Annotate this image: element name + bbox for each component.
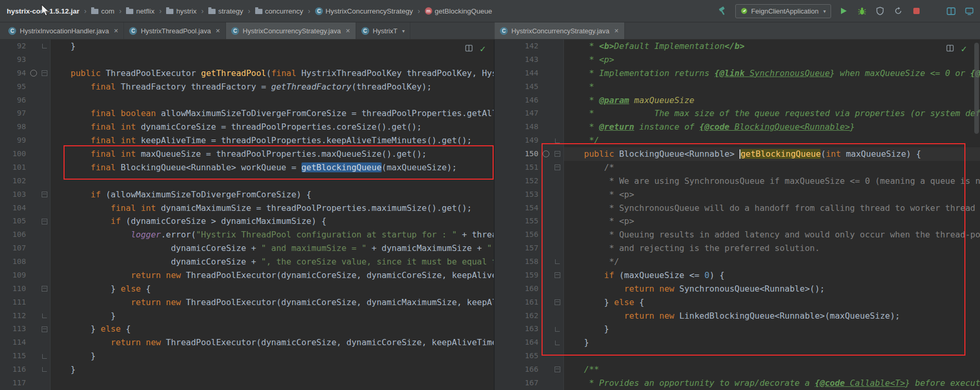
editor-tab[interactable]: CHystrixThreadPool.java✕ bbox=[124, 22, 226, 39]
tab-close-icon[interactable]: ✕ bbox=[216, 28, 220, 34]
rerun-button[interactable] bbox=[893, 5, 904, 17]
line-gutter[interactable]: 158 bbox=[495, 255, 564, 269]
breadcrumb-item[interactable]: netflix bbox=[124, 6, 156, 16]
line-gutter[interactable]: 94 bbox=[0, 67, 51, 80]
line-gutter[interactable]: 147 bbox=[495, 107, 564, 120]
fold-marker-icon[interactable] bbox=[42, 192, 47, 197]
line-gutter[interactable]: 97 bbox=[0, 107, 51, 120]
line-gutter[interactable]: 161 bbox=[495, 296, 564, 309]
split-layout-button[interactable] bbox=[945, 5, 957, 17]
build-hammer-icon[interactable] bbox=[717, 5, 728, 17]
line-gutter[interactable]: 155 bbox=[495, 215, 564, 228]
code-text[interactable]: return new LinkedBlockingQueue<Runnable>… bbox=[564, 309, 980, 323]
fold-marker-icon[interactable] bbox=[555, 151, 560, 157]
line-gutter[interactable]: 117 bbox=[0, 376, 51, 390]
code-text[interactable]: * Implementation returns {@link Synchron… bbox=[564, 67, 980, 80]
line-gutter[interactable]: 162 bbox=[495, 309, 564, 323]
code-text[interactable] bbox=[51, 53, 494, 67]
code-text[interactable]: final BlockingQueue<Runnable> workQueue … bbox=[51, 161, 494, 174]
fold-marker-icon[interactable] bbox=[555, 165, 560, 170]
split-view-icon[interactable] bbox=[946, 44, 954, 54]
breadcrumb-item[interactable]: mgetBlockingQueue bbox=[423, 6, 494, 16]
line-gutter[interactable]: 165 bbox=[495, 349, 564, 363]
line-gutter[interactable]: 154 bbox=[495, 202, 564, 215]
code-text[interactable]: * <p> bbox=[564, 215, 980, 228]
fold-marker-icon[interactable] bbox=[42, 219, 47, 224]
scrollbar-thumb[interactable] bbox=[974, 43, 979, 134]
line-gutter[interactable]: 102 bbox=[0, 174, 51, 188]
fold-marker-icon[interactable] bbox=[555, 367, 560, 372]
line-gutter[interactable]: 160 bbox=[495, 282, 564, 296]
code-text[interactable]: return new ThreadPoolExecutor(dynamicCor… bbox=[51, 296, 494, 309]
fold-marker-icon[interactable] bbox=[42, 70, 47, 76]
code-text[interactable] bbox=[51, 174, 494, 188]
overridden-marker-icon[interactable] bbox=[30, 70, 37, 77]
code-text[interactable]: final ThreadFactory threadFactory = getT… bbox=[51, 80, 494, 94]
overridden-marker-icon[interactable] bbox=[543, 150, 549, 157]
line-gutter[interactable]: 111 bbox=[0, 296, 51, 309]
line-gutter[interactable]: 103 bbox=[0, 188, 51, 202]
fold-marker-icon[interactable] bbox=[555, 327, 560, 332]
editor-tab[interactable]: CHystrixConcurrencyStrategy.java✕ bbox=[226, 22, 356, 39]
line-gutter[interactable]: 92 bbox=[0, 40, 51, 53]
code-text[interactable]: /** bbox=[564, 363, 980, 376]
code-text[interactable] bbox=[51, 376, 494, 390]
code-text[interactable]: * We are using SynchronousQueue if maxQu… bbox=[564, 174, 980, 188]
code-text[interactable]: } else { bbox=[51, 282, 494, 296]
line-gutter[interactable]: 146 bbox=[495, 94, 564, 107]
run-config-select[interactable]: FeignClientApplication ▾ bbox=[735, 4, 831, 18]
line-gutter[interactable]: 152 bbox=[495, 174, 564, 188]
line-gutter[interactable]: 115 bbox=[0, 349, 51, 363]
scrollbar[interactable] bbox=[973, 40, 980, 390]
line-gutter[interactable]: 112 bbox=[0, 309, 51, 323]
breadcrumb-item[interactable]: concurrency bbox=[254, 6, 305, 16]
line-gutter[interactable]: 105 bbox=[0, 215, 51, 228]
code-text[interactable]: logger.error("Hystrix ThreadPool configu… bbox=[51, 228, 494, 242]
code-text[interactable]: dynamicCoreSize + " and maximumSize = " … bbox=[51, 242, 494, 255]
breadcrumb-item[interactable]: strategy bbox=[207, 6, 245, 16]
line-gutter[interactable]: 107 bbox=[0, 242, 51, 255]
code-text[interactable]: * The max size of the queue requested vi… bbox=[564, 107, 980, 120]
fold-marker-icon[interactable] bbox=[42, 313, 47, 318]
breadcrumb-item[interactable]: hystrix-core-1.5.12.jar bbox=[5, 6, 81, 16]
code-text[interactable]: * and rejecting is the preferred solutio… bbox=[564, 242, 980, 255]
code-text[interactable]: } bbox=[51, 40, 494, 53]
line-gutter[interactable]: 108 bbox=[0, 255, 51, 269]
code-text[interactable]: final int keepAliveTime = threadPoolProp… bbox=[51, 134, 494, 147]
line-gutter[interactable]: 163 bbox=[495, 322, 564, 336]
line-gutter[interactable]: 100 bbox=[0, 147, 51, 161]
breadcrumb-item[interactable]: com bbox=[90, 6, 116, 16]
code-text[interactable]: */ bbox=[564, 134, 980, 147]
debug-button[interactable] bbox=[856, 5, 868, 17]
line-gutter[interactable]: 116 bbox=[0, 363, 51, 376]
code-text[interactable]: final boolean allowMaximumSizeToDivergeF… bbox=[51, 107, 494, 120]
tab-close-icon[interactable]: ✕ bbox=[114, 28, 118, 34]
code-text[interactable]: * SynchronousQueue will do a handoff fro… bbox=[564, 202, 980, 215]
line-gutter[interactable]: 145 bbox=[495, 80, 564, 94]
code-text[interactable]: } bbox=[564, 322, 980, 336]
fold-marker-icon[interactable] bbox=[555, 341, 560, 345]
code-text[interactable]: * @return instance of {@code BlockingQue… bbox=[564, 120, 980, 134]
line-gutter[interactable]: 110 bbox=[0, 282, 51, 296]
line-gutter[interactable]: 104 bbox=[0, 202, 51, 215]
line-gutter[interactable]: 114 bbox=[0, 336, 51, 349]
code-text[interactable]: return new ThreadPoolExecutor(dynamicCor… bbox=[51, 336, 494, 349]
fold-marker-icon[interactable] bbox=[555, 272, 560, 278]
code-text[interactable] bbox=[51, 94, 494, 107]
editor-tab[interactable]: CHystrixT▾ bbox=[356, 22, 411, 39]
line-gutter[interactable]: 101 bbox=[0, 161, 51, 174]
code-text[interactable]: * <p> bbox=[564, 188, 980, 202]
fold-marker-icon[interactable] bbox=[42, 367, 47, 372]
breadcrumb-item[interactable]: CHystrixConcurrencyStrategy bbox=[313, 6, 414, 16]
line-gutter[interactable]: 113 bbox=[0, 322, 51, 336]
inspections-ok-icon[interactable]: ✓ bbox=[961, 45, 968, 54]
code-text[interactable]: */ bbox=[564, 255, 980, 269]
split-view-icon[interactable] bbox=[465, 44, 473, 54]
line-gutter[interactable]: 157 bbox=[495, 242, 564, 255]
line-gutter[interactable]: 153 bbox=[495, 188, 564, 202]
code-text[interactable]: } else { bbox=[564, 296, 980, 309]
fold-marker-icon[interactable] bbox=[555, 299, 560, 305]
code-text[interactable]: * @param maxQueueSize bbox=[564, 94, 980, 107]
line-gutter[interactable]: 166 bbox=[495, 363, 564, 376]
code-text[interactable]: } bbox=[51, 349, 494, 363]
